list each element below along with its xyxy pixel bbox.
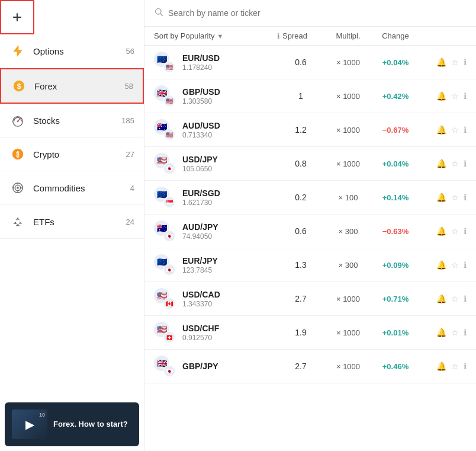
cell-change: +0.71% (372, 295, 419, 303)
table-row[interactable]: 🇬🇧 🇺🇸 GBP/USD 1.303580 1 × 1000 +0.42% 🔔… (144, 79, 476, 113)
table-row[interactable]: 🇪🇺 🇯🇵 EUR/JPY 123.7845 1.3 × 300 +0.09% … (144, 248, 476, 282)
flag-secondary: 🇺🇸 (163, 129, 175, 140)
cell-actions: 🔔 ☆ ℹ (419, 125, 467, 135)
search-input[interactable] (168, 8, 467, 18)
flag-secondary: 🇨🇭 (163, 331, 175, 343)
info-icon[interactable]: ℹ (464, 193, 467, 202)
cell-spread: 0.6 (277, 57, 324, 67)
info-icon[interactable]: ℹ (464, 362, 467, 371)
cell-actions: 🔔 ☆ ℹ (419, 91, 467, 101)
flag-secondary: 🇸🇬 (163, 196, 175, 208)
cell-multipl: × 1000 (324, 126, 372, 135)
table-row[interactable]: 🇦🇺 🇺🇸 AUD/USD 0.713340 1.2 × 1000 −0.67%… (144, 113, 476, 147)
promo-thumbnail: ▶ 10 (12, 410, 47, 439)
alert-icon[interactable]: 🔔 (436, 125, 446, 135)
sidebar: + Options 56 $ Forex 58 (0, 0, 144, 451)
alert-icon[interactable]: 🔔 (436, 91, 446, 101)
instrument-info: USD/CAD 1.343370 (182, 290, 277, 308)
sidebar-item-etfs-label: ETFs (33, 217, 121, 227)
sidebar-item-commodities-label: Commodities (33, 183, 126, 193)
table-row[interactable]: 🇺🇸 🇨🇦 USD/CAD 1.343370 2.7 × 1000 +0.71%… (144, 282, 476, 316)
star-icon[interactable]: ☆ (451, 260, 459, 270)
plus-icon: + (12, 8, 22, 27)
sort-arrow-icon: ▼ (217, 33, 224, 40)
cell-spread: 0.2 (277, 193, 324, 202)
alert-icon[interactable]: 🔔 (436, 294, 446, 303)
flag-secondary: 🇯🇵 (163, 230, 175, 242)
alert-icon[interactable]: 🔔 (436, 226, 446, 236)
star-icon[interactable]: ☆ (451, 91, 459, 101)
table-header: Sort by Popularity ▼ ℹ Spread Multipl. C… (144, 27, 476, 46)
instrument-name: GBP/JPY (182, 362, 277, 371)
star-icon[interactable]: ☆ (451, 193, 459, 202)
flag-secondary: 🇯🇵 (163, 264, 175, 276)
cell-change: +0.04% (372, 58, 419, 67)
svg-marker-0 (14, 46, 22, 56)
info-icon[interactable]: ℹ (464, 125, 467, 135)
info-icon[interactable]: ℹ (464, 226, 467, 236)
alert-icon[interactable]: 🔔 (436, 159, 446, 168)
instrument-price: 123.7845 (182, 266, 277, 274)
info-icon[interactable]: ℹ (464, 57, 467, 67)
table-row[interactable]: 🇬🇧 🇯🇵 GBP/JPY 2.7 × 1000 +0.46% 🔔 ☆ ℹ (144, 350, 476, 383)
cell-spread: 1.2 (277, 125, 324, 135)
cell-spread: 0.6 (277, 226, 324, 236)
target-icon (9, 180, 26, 196)
cell-multipl: × 1000 (324, 92, 372, 101)
sidebar-item-stocks-label: Stocks (33, 116, 117, 126)
info-icon[interactable]: ℹ (464, 260, 467, 270)
table-row[interactable]: 🇪🇺 🇺🇸 EUR/USD 1.178240 0.6 × 1000 +0.04%… (144, 46, 476, 79)
sidebar-item-options-count: 56 (126, 47, 134, 56)
col-spread-header: ℹ Spread (277, 31, 324, 40)
cell-spread: 2.7 (277, 362, 324, 371)
instrument-info: EUR/JPY 123.7845 (182, 256, 277, 274)
star-icon[interactable]: ☆ (451, 294, 459, 303)
alert-icon[interactable]: 🔔 (436, 260, 446, 270)
star-icon[interactable]: ☆ (451, 226, 459, 236)
cell-spread: 2.7 (277, 294, 324, 303)
instrument-price: 0.912570 (182, 334, 277, 342)
table-row[interactable]: 🇪🇺 🇸🇬 EUR/SGD 1.621730 0.2 × 100 +0.14% … (144, 181, 476, 215)
cell-actions: 🔔 ☆ ℹ (419, 193, 467, 202)
alert-icon[interactable]: 🔔 (436, 328, 446, 337)
info-icon[interactable]: ℹ (464, 91, 467, 101)
star-icon[interactable]: ☆ (451, 328, 459, 337)
sidebar-item-crypto[interactable]: ₿ Crypto 27 (0, 137, 144, 171)
info-icon[interactable]: ℹ (464, 294, 467, 303)
cell-spread: 0.8 (277, 159, 324, 168)
star-icon[interactable]: ☆ (451, 159, 459, 168)
add-button[interactable]: + (0, 0, 34, 34)
flag-secondary: 🇺🇸 (163, 61, 175, 73)
table-row[interactable]: 🇺🇸 🇨🇭 USD/CHF 0.912570 1.9 × 1000 +0.01%… (144, 316, 476, 350)
instrument-flag: 🇦🇺 🇺🇸 (154, 119, 175, 140)
cell-multipl: × 1000 (324, 362, 372, 371)
star-icon[interactable]: ☆ (451, 125, 459, 135)
sidebar-item-options[interactable]: Options 56 (0, 34, 144, 68)
info-icon[interactable]: ℹ (464, 159, 467, 168)
svg-line-16 (160, 14, 163, 16)
star-icon[interactable]: ☆ (451, 57, 459, 67)
table-row[interactable]: 🇺🇸 🇯🇵 USD/JPY 105.0650 0.8 × 1000 +0.04%… (144, 147, 476, 181)
instrument-flag: 🇪🇺 🇸🇬 (154, 187, 175, 208)
promo-banner[interactable]: ▶ 10 Forex. How to start? (5, 402, 139, 446)
instrument-flag: 🇪🇺 🇯🇵 (154, 254, 175, 276)
sidebar-item-forex-count: 58 (125, 82, 133, 91)
info-icon[interactable]: ℹ (464, 328, 467, 337)
alert-icon[interactable]: 🔔 (436, 362, 446, 371)
sort-button[interactable]: Sort by Popularity ▼ (154, 31, 277, 40)
instrument-name: AUD/USD (182, 121, 277, 130)
sidebar-item-crypto-label: Crypto (33, 149, 121, 159)
table-row[interactable]: 🇦🇺 🇯🇵 AUD/JPY 74.94050 0.6 × 300 −0.63% … (144, 215, 476, 248)
instrument-info: AUD/JPY 74.94050 (182, 222, 277, 241)
sidebar-item-commodities[interactable]: Commodities 4 (0, 171, 144, 205)
alert-icon[interactable]: 🔔 (436, 57, 446, 67)
sidebar-item-stocks[interactable]: Stocks 185 (0, 104, 144, 137)
sidebar-item-etfs[interactable]: ETFs 24 (0, 205, 144, 239)
sidebar-item-forex[interactable]: $ Forex 58 (0, 68, 144, 104)
gauge-icon (9, 112, 26, 129)
instrument-price: 1.343370 (182, 300, 277, 308)
flag-secondary: 🇨🇦 (163, 298, 175, 309)
alert-icon[interactable]: 🔔 (436, 193, 446, 202)
star-icon[interactable]: ☆ (451, 362, 459, 371)
sidebar-item-options-label: Options (33, 46, 121, 56)
